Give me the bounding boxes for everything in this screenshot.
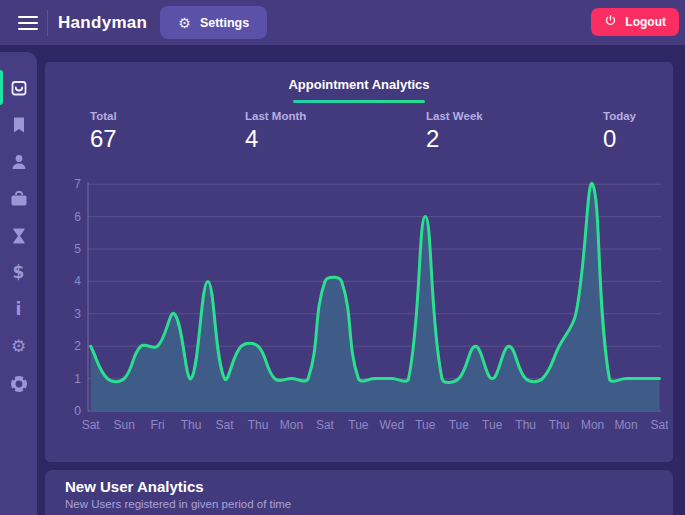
shopping-bag-icon [9,78,29,98]
bookmark-icon [9,115,29,135]
hourglass-icon [9,226,29,246]
user-icon [9,152,29,172]
settings-button-label: Settings [200,16,249,30]
svg-text:Wed: Wed [380,418,404,432]
chart-area-fill [91,183,660,411]
sidebar-item-users[interactable] [0,143,37,180]
sidebar: $ i ⚙ [0,52,37,515]
appointment-analytics-card: Appointment Analytics Total 67 Last Mont… [45,62,673,462]
svg-text:Tue: Tue [449,418,470,432]
logout-button[interactable]: Logout [591,8,679,36]
svg-text:Mon: Mon [280,418,303,432]
svg-text:Sat: Sat [82,418,101,432]
new-user-analytics-card: New User Analytics New Users registered … [45,470,673,515]
appointment-chart-svg[interactable]: 01234567SatSunFriThuSatThuMonSatTueWedTu… [45,62,668,462]
briefcase-icon [9,189,29,209]
svg-text:Sat: Sat [216,418,235,432]
hamburger-menu-icon[interactable] [18,16,38,30]
svg-text:Tue: Tue [348,418,369,432]
svg-text:7: 7 [74,177,81,191]
gear-icon: ⚙ [178,16,191,30]
sidebar-item-appointments[interactable] [0,69,37,106]
svg-text:1: 1 [74,372,81,386]
svg-text:Mon: Mon [614,418,637,432]
new-user-subtitle: New Users registered in given period of … [65,498,291,510]
sidebar-item-pending[interactable] [0,217,37,254]
settings-button[interactable]: ⚙ Settings [160,6,267,39]
sidebar-item-bookmarks[interactable] [0,106,37,143]
navbar-divider [47,10,48,36]
svg-text:Sat: Sat [316,418,335,432]
sidebar-item-info[interactable]: i [0,291,37,328]
svg-text:0: 0 [74,404,81,418]
sidebar-item-services[interactable] [0,180,37,217]
logout-button-label: Logout [625,15,666,29]
svg-text:4: 4 [74,274,81,288]
sidebar-item-support[interactable] [0,365,37,402]
gear-icon: ⚙ [11,338,26,355]
info-icon: i [16,301,22,318]
life-ring-icon [9,374,29,394]
sidebar-item-payments[interactable]: $ [0,254,37,291]
dollar-icon: $ [13,264,25,281]
svg-text:Thu: Thu [181,418,202,432]
svg-text:3: 3 [74,307,81,321]
svg-text:Sun: Sun [113,418,134,432]
svg-text:Thu: Thu [549,418,570,432]
svg-text:Thu: Thu [248,418,269,432]
svg-text:2: 2 [74,339,81,353]
svg-text:Tue: Tue [482,418,503,432]
svg-text:6: 6 [74,210,81,224]
svg-text:Sat: Sat [651,418,668,432]
svg-text:Thu: Thu [515,418,536,432]
sidebar-item-settings[interactable]: ⚙ [0,328,37,365]
svg-text:Fri: Fri [151,418,165,432]
top-navbar: Handyman ⚙ Settings Logout [0,0,685,45]
app-brand: Handyman [58,13,147,33]
svg-text:5: 5 [74,242,81,256]
svg-text:Mon: Mon [581,418,604,432]
new-user-title: New User Analytics [65,478,204,495]
svg-text:Tue: Tue [415,418,436,432]
power-icon [604,14,617,30]
